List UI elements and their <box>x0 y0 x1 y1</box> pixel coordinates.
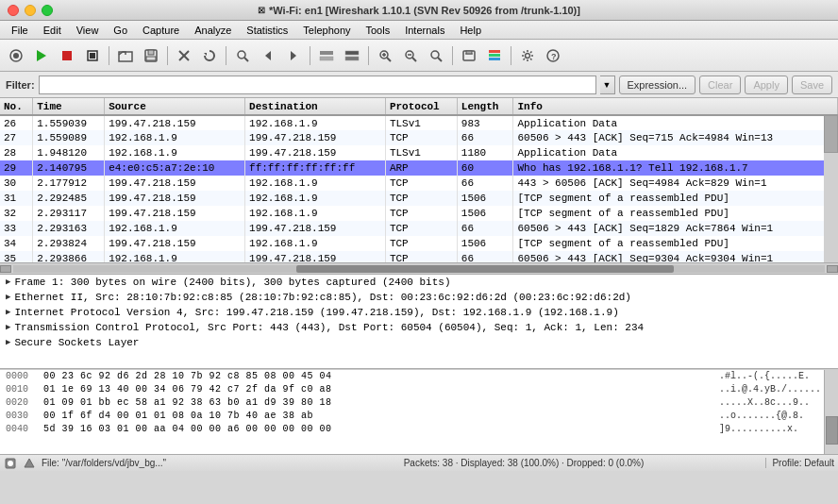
table-row[interactable]: 281.948120192.168.1.9199.47.218.159TLSv1… <box>0 145 838 160</box>
table-row[interactable]: 292.140795e4:e0:c5:a7:2e:10ff:ff:ff:ff:f… <box>0 160 838 176</box>
hex-offset: 0010 <box>6 383 43 396</box>
menu-go[interactable]: Go <box>106 23 135 38</box>
clear-btn[interactable]: Clear <box>699 76 741 94</box>
table-row[interactable]: 332.293163192.168.1.9199.47.218.159TCP66… <box>0 221 838 236</box>
toolbar-close-btn[interactable] <box>172 43 196 68</box>
toolbar-save-btn[interactable] <box>139 43 163 68</box>
menu-view[interactable]: View <box>69 23 107 38</box>
h-scroll-left[interactable] <box>0 265 11 273</box>
toolbar-next-btn[interactable] <box>281 43 306 68</box>
toolbar-color1-btn[interactable] <box>314 43 339 68</box>
toolbar-zoom-reset-btn[interactable] <box>424 43 448 68</box>
save-btn[interactable]: Save <box>792 76 832 94</box>
table-row[interactable]: 312.292485199.47.218.159192.168.1.9TCP15… <box>0 191 838 206</box>
table-cell: 34 <box>0 236 33 251</box>
table-cell: 199.47.218.159 <box>105 176 245 191</box>
hex-scrollbar-thumb[interactable] <box>826 416 838 445</box>
h-scroll-right[interactable] <box>827 265 838 273</box>
toolbar: ? <box>0 40 838 72</box>
expression-btn[interactable]: Expression... <box>619 76 696 94</box>
table-cell: 983 <box>457 115 513 130</box>
table-cell: TLSv1 <box>385 115 457 130</box>
table-cell: 66 <box>457 130 513 145</box>
close-button[interactable] <box>8 5 19 16</box>
svg-rect-19 <box>345 51 359 55</box>
table-row[interactable]: 261.559039199.47.218.159192.168.1.9TLSv1… <box>0 115 838 130</box>
h-scroll-thumb[interactable] <box>296 265 674 273</box>
detail-row[interactable]: ▶Transmission Control Protocol, Src Port… <box>0 320 838 335</box>
menu-edit[interactable]: Edit <box>36 23 69 38</box>
table-row[interactable]: 342.293824199.47.218.159192.168.1.9TCP15… <box>0 236 838 251</box>
menu-internals[interactable]: Internals <box>397 23 452 38</box>
menu-bar: File Edit View Go Capture Analyze Statis… <box>0 21 838 40</box>
table-cell: 192.168.1.9 <box>105 251 245 263</box>
table-cell: 1.559039 <box>33 115 105 130</box>
table-row[interactable]: 271.559089192.168.1.9199.47.218.159TCP66… <box>0 130 838 145</box>
toolbar-reload-btn[interactable] <box>197 43 222 68</box>
menu-tools[interactable]: Tools <box>359 23 398 38</box>
table-header-row: No. Time Source Destination Protocol Len… <box>0 98 838 115</box>
toolbar-sep-1 <box>109 46 109 65</box>
col-info: Info <box>513 98 838 115</box>
table-cell: 192.168.1.9 <box>245 206 386 221</box>
toolbar-coloring-btn[interactable] <box>482 43 507 68</box>
hex-ascii: ]9..........x. <box>719 423 832 436</box>
table-cell: 199.47.218.159 <box>105 115 245 130</box>
svg-marker-16 <box>291 51 296 60</box>
menu-analyze[interactable]: Analyze <box>187 23 239 38</box>
scrollbar-thumb[interactable] <box>824 115 838 153</box>
apply-btn[interactable]: Apply <box>745 76 788 94</box>
menu-help[interactable]: Help <box>452 23 489 38</box>
table-row[interactable]: 352.293866192.168.1.9199.47.218.159TCP66… <box>0 251 838 263</box>
menu-file[interactable]: File <box>4 23 36 38</box>
detail-row-text: Transmission Control Protocol, Src Port:… <box>14 320 644 335</box>
detail-row[interactable]: ▶Secure Sockets Layer <box>0 335 838 350</box>
table-cell: 66 <box>457 176 513 191</box>
table-cell: TCP <box>385 206 457 221</box>
svg-marker-41 <box>25 459 34 467</box>
svg-marker-12 <box>204 53 207 56</box>
detail-row[interactable]: ▶Internet Protocol Version 4, Src: 199.4… <box>0 305 838 320</box>
horizontal-scrollbar[interactable] <box>0 263 838 275</box>
menu-telephony[interactable]: Telephony <box>295 23 358 38</box>
toolbar-prev-btn[interactable] <box>256 43 280 68</box>
packet-table-container: No. Time Source Destination Protocol Len… <box>0 98 838 263</box>
toolbar-find-btn[interactable] <box>230 43 255 68</box>
hex-dump-panel: 000000 23 6c 92 d6 2d 28 10 7b 92 c8 85 … <box>0 369 838 454</box>
toolbar-interfaces-btn[interactable] <box>4 43 28 68</box>
svg-rect-5 <box>90 53 95 59</box>
hex-dump-scrollbar[interactable] <box>824 370 838 454</box>
toolbar-capture-start-btn[interactable] <box>29 43 54 68</box>
svg-rect-3 <box>62 51 72 60</box>
menu-capture[interactable]: Capture <box>135 23 187 38</box>
table-cell: 2.293117 <box>33 206 105 221</box>
window-title: *Wi-Fi: en1 [Wireshark 1.10.1 (SVN Rev 5… <box>269 5 580 16</box>
toolbar-zoom-out-btn[interactable] <box>398 43 423 68</box>
toolbar-restart-btn[interactable] <box>80 43 105 68</box>
svg-rect-34 <box>489 54 500 57</box>
packet-table-scrollbar[interactable] <box>824 115 838 262</box>
table-cell: 199.47.218.159 <box>105 191 245 206</box>
filter-input[interactable] <box>39 76 596 94</box>
minimize-button[interactable] <box>25 5 36 16</box>
table-row[interactable]: 322.293117199.47.218.159192.168.1.9TCP15… <box>0 206 838 221</box>
filter-bar: Filter: ▼ Expression... Clear Apply Save <box>0 72 838 98</box>
toolbar-zoom-in-btn[interactable] <box>373 43 397 68</box>
table-cell: 28 <box>0 145 33 160</box>
table-cell: 1506 <box>457 236 513 251</box>
maximize-button[interactable] <box>42 5 53 16</box>
svg-line-22 <box>387 58 391 61</box>
toolbar-stop-btn[interactable] <box>55 43 79 68</box>
table-row[interactable]: 302.177912199.47.218.159192.168.1.9TCP66… <box>0 176 838 191</box>
detail-row[interactable]: ▶Ethernet II, Src: 28:10:7b:92:c8:85 (28… <box>0 290 838 305</box>
filter-dropdown-btn[interactable]: ▼ <box>600 76 615 94</box>
svg-rect-8 <box>148 50 154 55</box>
toolbar-capture-filter-btn[interactable] <box>457 43 481 68</box>
detail-row[interactable]: ▶Frame 1: 300 bytes on wire (2400 bits),… <box>0 275 838 290</box>
toolbar-open-btn[interactable] <box>113 43 138 68</box>
hex-ascii: .....X..8c...9.. <box>719 396 832 410</box>
toolbar-color2-btn[interactable] <box>340 43 364 68</box>
toolbar-prefs-btn[interactable] <box>515 43 540 68</box>
menu-statistics[interactable]: Statistics <box>239 23 295 38</box>
toolbar-help-btn[interactable]: ? <box>541 43 565 68</box>
